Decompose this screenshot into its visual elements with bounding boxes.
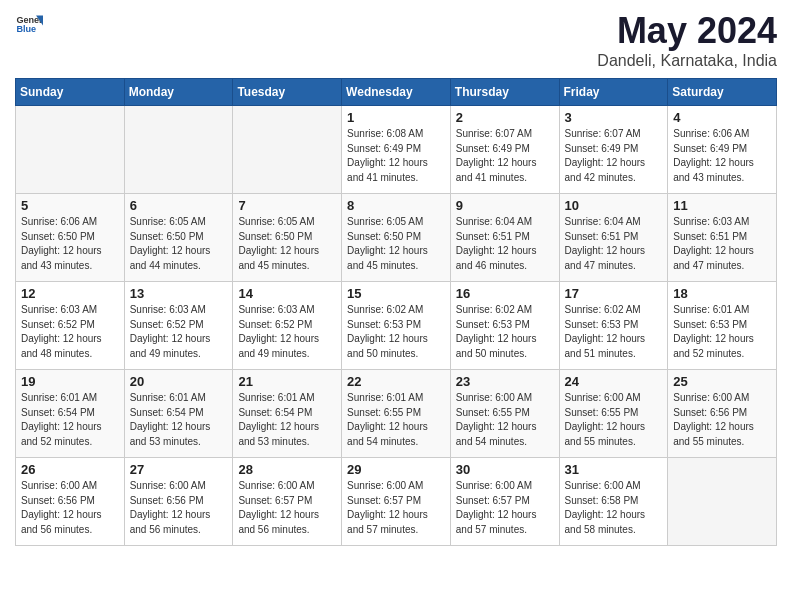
- day-number: 17: [565, 286, 663, 301]
- weekday-header-thursday: Thursday: [450, 79, 559, 106]
- logo: General Blue: [15, 10, 43, 38]
- calendar-cell: 26Sunrise: 6:00 AM Sunset: 6:56 PM Dayli…: [16, 458, 125, 546]
- calendar-cell: 10Sunrise: 6:04 AM Sunset: 6:51 PM Dayli…: [559, 194, 668, 282]
- calendar-cell: 25Sunrise: 6:00 AM Sunset: 6:56 PM Dayli…: [668, 370, 777, 458]
- day-number: 18: [673, 286, 771, 301]
- calendar-cell: 5Sunrise: 6:06 AM Sunset: 6:50 PM Daylig…: [16, 194, 125, 282]
- day-number: 4: [673, 110, 771, 125]
- day-number: 2: [456, 110, 554, 125]
- day-info: Sunrise: 6:00 AM Sunset: 6:56 PM Dayligh…: [21, 479, 119, 537]
- day-number: 15: [347, 286, 445, 301]
- day-info: Sunrise: 6:07 AM Sunset: 6:49 PM Dayligh…: [456, 127, 554, 185]
- day-info: Sunrise: 6:00 AM Sunset: 6:57 PM Dayligh…: [456, 479, 554, 537]
- day-number: 6: [130, 198, 228, 213]
- day-info: Sunrise: 6:01 AM Sunset: 6:55 PM Dayligh…: [347, 391, 445, 449]
- calendar-cell: [16, 106, 125, 194]
- day-number: 5: [21, 198, 119, 213]
- day-info: Sunrise: 6:04 AM Sunset: 6:51 PM Dayligh…: [565, 215, 663, 273]
- day-info: Sunrise: 6:01 AM Sunset: 6:54 PM Dayligh…: [238, 391, 336, 449]
- calendar-cell: 21Sunrise: 6:01 AM Sunset: 6:54 PM Dayli…: [233, 370, 342, 458]
- title-area: May 2024 Dandeli, Karnataka, India: [597, 10, 777, 70]
- calendar-cell: 17Sunrise: 6:02 AM Sunset: 6:53 PM Dayli…: [559, 282, 668, 370]
- calendar-cell: 12Sunrise: 6:03 AM Sunset: 6:52 PM Dayli…: [16, 282, 125, 370]
- calendar-cell: 18Sunrise: 6:01 AM Sunset: 6:53 PM Dayli…: [668, 282, 777, 370]
- day-number: 9: [456, 198, 554, 213]
- calendar-cell: 4Sunrise: 6:06 AM Sunset: 6:49 PM Daylig…: [668, 106, 777, 194]
- day-info: Sunrise: 6:07 AM Sunset: 6:49 PM Dayligh…: [565, 127, 663, 185]
- day-info: Sunrise: 6:06 AM Sunset: 6:50 PM Dayligh…: [21, 215, 119, 273]
- calendar-cell: 16Sunrise: 6:02 AM Sunset: 6:53 PM Dayli…: [450, 282, 559, 370]
- weekday-header-tuesday: Tuesday: [233, 79, 342, 106]
- day-info: Sunrise: 6:00 AM Sunset: 6:55 PM Dayligh…: [456, 391, 554, 449]
- day-info: Sunrise: 6:01 AM Sunset: 6:54 PM Dayligh…: [21, 391, 119, 449]
- week-row-5: 26Sunrise: 6:00 AM Sunset: 6:56 PM Dayli…: [16, 458, 777, 546]
- day-number: 28: [238, 462, 336, 477]
- day-number: 11: [673, 198, 771, 213]
- calendar-cell: 2Sunrise: 6:07 AM Sunset: 6:49 PM Daylig…: [450, 106, 559, 194]
- day-info: Sunrise: 6:08 AM Sunset: 6:49 PM Dayligh…: [347, 127, 445, 185]
- month-title: May 2024: [597, 10, 777, 52]
- day-number: 8: [347, 198, 445, 213]
- day-info: Sunrise: 6:05 AM Sunset: 6:50 PM Dayligh…: [130, 215, 228, 273]
- day-number: 19: [21, 374, 119, 389]
- day-number: 23: [456, 374, 554, 389]
- calendar-cell: [233, 106, 342, 194]
- day-info: Sunrise: 6:01 AM Sunset: 6:54 PM Dayligh…: [130, 391, 228, 449]
- calendar-cell: 7Sunrise: 6:05 AM Sunset: 6:50 PM Daylig…: [233, 194, 342, 282]
- weekday-header-saturday: Saturday: [668, 79, 777, 106]
- calendar-cell: 1Sunrise: 6:08 AM Sunset: 6:49 PM Daylig…: [342, 106, 451, 194]
- day-info: Sunrise: 6:02 AM Sunset: 6:53 PM Dayligh…: [456, 303, 554, 361]
- week-row-2: 5Sunrise: 6:06 AM Sunset: 6:50 PM Daylig…: [16, 194, 777, 282]
- calendar-cell: 29Sunrise: 6:00 AM Sunset: 6:57 PM Dayli…: [342, 458, 451, 546]
- day-number: 31: [565, 462, 663, 477]
- calendar-cell: 30Sunrise: 6:00 AM Sunset: 6:57 PM Dayli…: [450, 458, 559, 546]
- calendar-cell: 11Sunrise: 6:03 AM Sunset: 6:51 PM Dayli…: [668, 194, 777, 282]
- calendar-table: SundayMondayTuesdayWednesdayThursdayFrid…: [15, 78, 777, 546]
- day-info: Sunrise: 6:00 AM Sunset: 6:57 PM Dayligh…: [347, 479, 445, 537]
- day-number: 30: [456, 462, 554, 477]
- day-info: Sunrise: 6:05 AM Sunset: 6:50 PM Dayligh…: [347, 215, 445, 273]
- week-row-4: 19Sunrise: 6:01 AM Sunset: 6:54 PM Dayli…: [16, 370, 777, 458]
- calendar-cell: 6Sunrise: 6:05 AM Sunset: 6:50 PM Daylig…: [124, 194, 233, 282]
- calendar-cell: [668, 458, 777, 546]
- weekday-header-row: SundayMondayTuesdayWednesdayThursdayFrid…: [16, 79, 777, 106]
- day-info: Sunrise: 6:03 AM Sunset: 6:51 PM Dayligh…: [673, 215, 771, 273]
- day-info: Sunrise: 6:00 AM Sunset: 6:58 PM Dayligh…: [565, 479, 663, 537]
- day-number: 13: [130, 286, 228, 301]
- day-number: 12: [21, 286, 119, 301]
- day-number: 16: [456, 286, 554, 301]
- calendar-cell: 8Sunrise: 6:05 AM Sunset: 6:50 PM Daylig…: [342, 194, 451, 282]
- day-number: 20: [130, 374, 228, 389]
- weekday-header-sunday: Sunday: [16, 79, 125, 106]
- calendar-cell: 28Sunrise: 6:00 AM Sunset: 6:57 PM Dayli…: [233, 458, 342, 546]
- day-number: 27: [130, 462, 228, 477]
- day-info: Sunrise: 6:05 AM Sunset: 6:50 PM Dayligh…: [238, 215, 336, 273]
- day-number: 26: [21, 462, 119, 477]
- calendar-cell: 27Sunrise: 6:00 AM Sunset: 6:56 PM Dayli…: [124, 458, 233, 546]
- calendar-cell: 13Sunrise: 6:03 AM Sunset: 6:52 PM Dayli…: [124, 282, 233, 370]
- calendar-cell: 15Sunrise: 6:02 AM Sunset: 6:53 PM Dayli…: [342, 282, 451, 370]
- calendar-cell: 3Sunrise: 6:07 AM Sunset: 6:49 PM Daylig…: [559, 106, 668, 194]
- header: General Blue May 2024 Dandeli, Karnataka…: [15, 10, 777, 70]
- day-info: Sunrise: 6:00 AM Sunset: 6:55 PM Dayligh…: [565, 391, 663, 449]
- weekday-header-wednesday: Wednesday: [342, 79, 451, 106]
- weekday-header-monday: Monday: [124, 79, 233, 106]
- day-number: 3: [565, 110, 663, 125]
- calendar-cell: 20Sunrise: 6:01 AM Sunset: 6:54 PM Dayli…: [124, 370, 233, 458]
- weekday-header-friday: Friday: [559, 79, 668, 106]
- calendar-cell: 9Sunrise: 6:04 AM Sunset: 6:51 PM Daylig…: [450, 194, 559, 282]
- day-info: Sunrise: 6:00 AM Sunset: 6:57 PM Dayligh…: [238, 479, 336, 537]
- day-info: Sunrise: 6:06 AM Sunset: 6:49 PM Dayligh…: [673, 127, 771, 185]
- day-number: 22: [347, 374, 445, 389]
- day-info: Sunrise: 6:04 AM Sunset: 6:51 PM Dayligh…: [456, 215, 554, 273]
- day-number: 7: [238, 198, 336, 213]
- svg-text:Blue: Blue: [16, 24, 36, 34]
- day-info: Sunrise: 6:00 AM Sunset: 6:56 PM Dayligh…: [130, 479, 228, 537]
- day-info: Sunrise: 6:01 AM Sunset: 6:53 PM Dayligh…: [673, 303, 771, 361]
- day-info: Sunrise: 6:03 AM Sunset: 6:52 PM Dayligh…: [238, 303, 336, 361]
- day-number: 24: [565, 374, 663, 389]
- location-title: Dandeli, Karnataka, India: [597, 52, 777, 70]
- logo-icon: General Blue: [15, 10, 43, 38]
- day-number: 10: [565, 198, 663, 213]
- week-row-3: 12Sunrise: 6:03 AM Sunset: 6:52 PM Dayli…: [16, 282, 777, 370]
